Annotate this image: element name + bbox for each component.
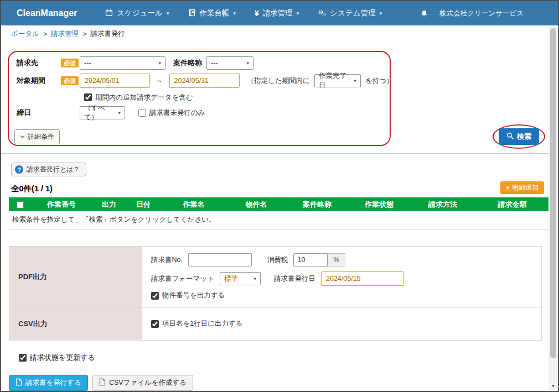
help-button[interactable]: ? 請求書発行とは？ <box>11 163 86 176</box>
work-complete-date-select[interactable]: 作業完了日 ▾ <box>314 74 361 87</box>
breadcrumb-current: 請求書発行 <box>91 29 126 39</box>
yen-icon: ¥ <box>255 9 259 18</box>
unissued-only-checkbox[interactable] <box>138 109 146 117</box>
project-label: 案件略称 <box>173 58 202 68</box>
add-detail-button[interactable]: + 明細追加 <box>500 181 544 194</box>
column-header: 作業番号 <box>31 197 92 211</box>
chevron-down-icon: ▾ <box>234 11 236 16</box>
column-header: 請求方法 <box>410 197 476 211</box>
app-window: CleanManager スケジュール ▾ 作業台帳 ▾ ¥ 請求管理 ▾ シス… <box>0 0 559 392</box>
format-select[interactable]: 標準 ▾ <box>220 272 261 285</box>
update-status-checkbox[interactable] <box>19 354 27 362</box>
chevron-down-icon: ▾ <box>167 11 169 16</box>
help-row: ? 請求書発行とは？ <box>11 163 548 176</box>
search-button[interactable]: 検索 <box>499 128 539 145</box>
csv-header-checkbox[interactable] <box>151 320 159 328</box>
column-header: 物件名 <box>227 197 286 211</box>
chevron-down-icon: ▾ <box>118 110 121 116</box>
gears-icon <box>318 9 326 18</box>
chevron-down-icon: ▾ <box>246 60 249 66</box>
property-no-label: 物件番号を出力する <box>162 291 225 300</box>
nav-item-system[interactable]: システム管理 ▾ <box>308 1 391 25</box>
project-select[interactable]: --- ▾ <box>206 56 253 70</box>
notification-bell-icon[interactable] <box>415 9 434 18</box>
plus-icon: + <box>506 184 510 192</box>
breadcrumb-separator: > <box>82 30 86 38</box>
nav-item-schedule[interactable]: スケジュール ▾ <box>96 1 178 25</box>
billing-to-select[interactable]: --- ▾ <box>80 56 165 70</box>
page-content: ポータル > 請求管理 > 請求書発行 請求先 必須 --- ▾ 案件略称 --… <box>1 25 548 391</box>
period-row: 対象期間 必須 ～ （指定した期間内に 作業完了日 ▾ を持つ） <box>1 71 548 90</box>
nav-item-billing[interactable]: ¥ 請求管理 ▾ <box>245 1 308 25</box>
nav-item-work-ledger[interactable]: 作業台帳 ▾ <box>179 1 246 25</box>
period-from-input[interactable] <box>80 74 150 88</box>
header-checkbox-cell <box>9 197 31 211</box>
vertical-scrollbar[interactable]: ▼ <box>548 27 558 391</box>
issue-invoice-button[interactable]: 請求書を発行する <box>9 375 88 391</box>
csv-section-label: CSV出力 <box>9 308 142 340</box>
action-buttons: 請求書を発行する CSVファイルを作成する <box>9 375 548 391</box>
help-button-label: 請求書発行とは？ <box>27 165 80 174</box>
results-table: 作業番号 出力 日付 作業名 物件名 案件略称 作業状態 請求方法 請求金額 <box>9 197 548 211</box>
tax-unit: % <box>328 253 345 266</box>
nav-item-label: システム管理 <box>330 8 375 18</box>
document-icon <box>15 378 22 388</box>
column-header: 出力 <box>92 197 126 211</box>
issue-date-input[interactable] <box>321 271 404 286</box>
closing-day-select[interactable]: （すべて） ▾ <box>80 106 125 119</box>
file-icon <box>99 378 106 388</box>
company-name: 株式会社クリーンサービス <box>439 9 524 18</box>
result-toolbar: 全0件(1 / 1) + 明細追加 <box>1 176 548 197</box>
search-icon <box>506 132 514 141</box>
column-header: 作業状態 <box>349 197 410 211</box>
update-status-row: 請求状態を更新する <box>19 353 548 363</box>
property-no-checkbox[interactable] <box>151 292 159 300</box>
pdf-section-label: PDF出力 <box>9 247 142 307</box>
required-badge: 必須 <box>61 76 79 85</box>
billing-to-label: 請求先 <box>17 58 61 68</box>
breadcrumb-link-portal[interactable]: ポータル <box>11 29 39 39</box>
chevron-down-icon <box>20 133 25 140</box>
column-header: 案件略称 <box>286 197 349 211</box>
tax-input[interactable] <box>293 253 328 266</box>
chevron-down-icon: ▾ <box>297 11 299 16</box>
annotation-red-ellipse: 検索 <box>493 124 545 149</box>
scrollbar-thumb[interactable] <box>550 28 556 358</box>
update-status-label: 請求状態を更新する <box>30 353 95 363</box>
pdf-output-section: PDF出力 請求書No. 消費税 % 請求書フォーマット 標準 ▾ <box>9 247 541 307</box>
brand-logo[interactable]: CleanManager <box>17 8 77 18</box>
chevron-down-icon: ▾ <box>354 78 356 83</box>
detail-conditions-button[interactable]: 詳細条件 <box>14 129 60 144</box>
closing-day-label: 締日 <box>17 108 61 118</box>
breadcrumb-link-billing[interactable]: 請求管理 <box>51 29 79 39</box>
chevron-down-icon: ▾ <box>158 60 161 66</box>
search-form: 請求先 必須 --- ▾ 案件略称 --- ▾ 対象期間 必須 ～ （指定した期… <box>1 43 548 154</box>
tax-label: 消費税 <box>267 255 288 265</box>
book-icon <box>188 9 196 18</box>
nav-item-label: 作業台帳 <box>200 8 230 18</box>
csv-output-section: CSV出力 項目名を1行目に出力する <box>9 307 541 340</box>
column-header: 日付 <box>126 197 161 211</box>
empty-message: 検索条件を指定して、「検索」ボタンをクリックしてください。 <box>9 211 548 229</box>
invoice-no-input[interactable] <box>188 253 252 266</box>
chevron-down-icon: ▾ <box>380 11 382 16</box>
nav-item-label: 請求管理 <box>263 8 293 18</box>
period-to-input[interactable] <box>169 74 240 88</box>
scrollbar-down-arrow[interactable]: ▼ <box>548 381 558 391</box>
create-csv-button[interactable]: CSVファイルを作成する <box>92 375 193 391</box>
period-tilde: ～ <box>156 76 163 86</box>
required-badge: 必須 <box>61 59 79 67</box>
unissued-only-label: 請求書未発行のみ <box>149 108 205 118</box>
period-note-prefix: （指定した期間内に <box>247 76 310 86</box>
top-navbar: CleanManager スケジュール ▾ 作業台帳 ▾ ¥ 請求管理 ▾ シス… <box>1 1 558 25</box>
calendar-icon <box>105 9 113 18</box>
period-label: 対象期間 <box>17 76 61 86</box>
header-select-checkbox[interactable] <box>17 201 24 208</box>
include-additional-row: 期間内の追加請求データを含む <box>1 90 548 104</box>
breadcrumb: ポータル > 請求管理 > 請求書発行 <box>1 25 548 43</box>
result-count: 全0件(1 / 1) <box>11 184 53 194</box>
chevron-down-icon: ▾ <box>253 276 256 281</box>
table-header-row: 作業番号 出力 日付 作業名 物件名 案件略称 作業状態 請求方法 請求金額 <box>9 197 548 211</box>
include-additional-label: 期間内の追加請求データを含む <box>95 93 193 102</box>
include-additional-checkbox[interactable] <box>84 93 92 101</box>
